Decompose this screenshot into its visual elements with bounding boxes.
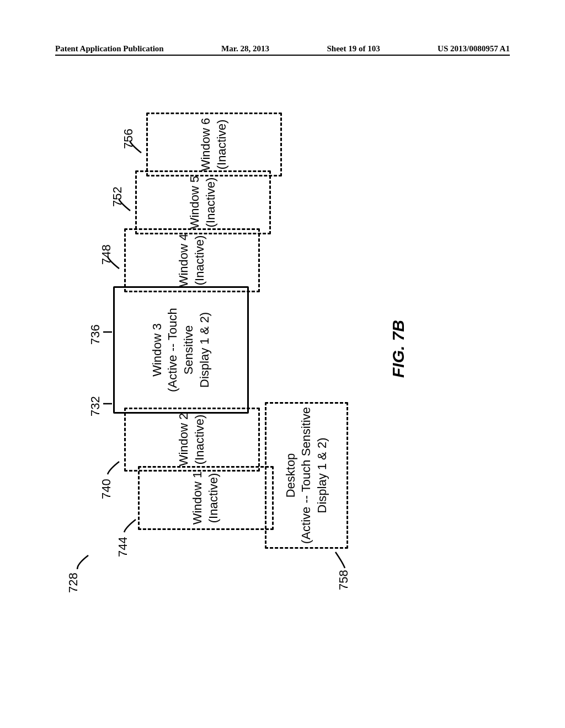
window-2-box: Window 2 (Inactive) xyxy=(124,408,260,472)
window-4-box: Window 4 (Inactive) xyxy=(124,228,260,292)
pub-type: Patent Application Publication xyxy=(55,44,164,53)
leader-740 xyxy=(105,457,122,477)
window-5-label: Window 5 (Inactive) xyxy=(187,176,218,229)
pub-number: US 2013/0080957 A1 xyxy=(438,44,510,53)
window-1-box: Window 1 (Inactive) xyxy=(138,466,274,530)
ref-744: 744 xyxy=(116,537,130,557)
figure-label: FIG. 7B xyxy=(389,320,408,378)
window-2-label: Window 2 (Inactive) xyxy=(176,413,207,467)
leader-728 xyxy=(74,550,91,572)
patent-diagram: 728 744 740 732 736 748 752 756 Window 1… xyxy=(36,174,516,527)
leader-732 xyxy=(102,397,113,411)
pub-date: Mar. 28, 2013 xyxy=(221,44,269,53)
window-6-label: Window 6 (Inactive) xyxy=(198,118,230,172)
leader-744 xyxy=(121,515,139,535)
ref-758: 758 xyxy=(337,570,351,590)
desktop-box: Desktop (Active -- Touch Sensitive Displ… xyxy=(265,402,348,549)
leader-748 xyxy=(105,253,122,273)
leader-736 xyxy=(102,325,113,339)
leader-756 xyxy=(127,137,145,157)
window-6-box: Window 6 (Inactive) xyxy=(146,113,282,176)
ref-728: 728 xyxy=(66,572,81,593)
ref-732: 732 xyxy=(88,396,103,416)
leader-758 xyxy=(333,549,348,571)
window-4-label: Window 4 (Inactive) xyxy=(176,234,207,287)
window-5-box: Window 5 (Inactive) xyxy=(135,170,271,234)
window-3-label: Window 3 (Active -- Touch Sensitive Disp… xyxy=(150,288,212,412)
leader-752 xyxy=(116,195,134,215)
window-3-box: Window 3 (Active -- Touch Sensitive Disp… xyxy=(113,286,249,414)
sheet-info: Sheet 19 of 103 xyxy=(327,44,380,53)
desktop-label: Desktop (Active -- Touch Sensitive Displ… xyxy=(283,407,331,544)
ref-740: 740 xyxy=(99,479,114,499)
ref-736: 736 xyxy=(88,324,103,345)
page-header: Patent Application Publication Mar. 28, … xyxy=(55,44,510,56)
window-1-label: Window 1 (Inactive) xyxy=(190,472,221,525)
